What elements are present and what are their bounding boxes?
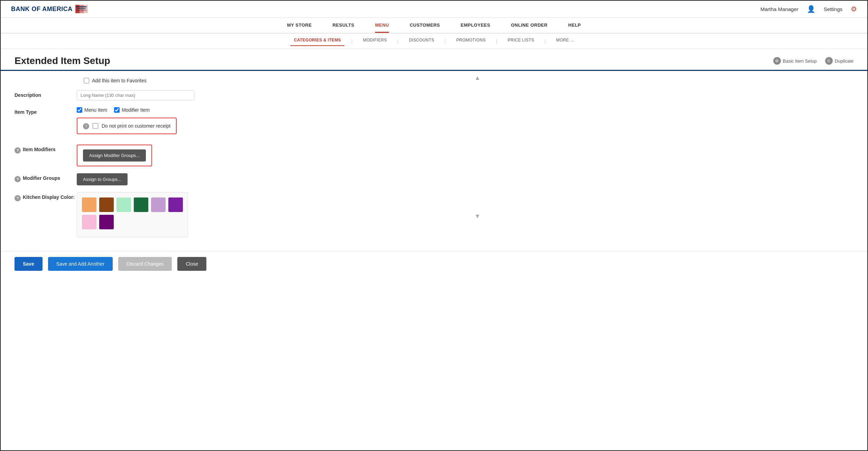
logo-flag-icon	[75, 5, 88, 13]
settings-gear-icon[interactable]: ⚙	[851, 5, 857, 13]
description-label: Description	[15, 90, 77, 98]
action-bar: Save Save and Add Another Discard Change…	[1, 251, 867, 276]
basic-item-setup-label: Basic Item Setup	[783, 58, 817, 64]
discard-changes-button: Discard Changes	[118, 257, 172, 271]
top-header: BANK OF AMERICA Martha Manager 👤 Setting…	[1, 1, 867, 18]
modifier-groups-label: Modifier Groups	[23, 175, 60, 181]
kitchen-color-help-icon[interactable]: ?	[15, 195, 21, 201]
color-row-1	[82, 197, 183, 212]
nav-help[interactable]: HELP	[568, 22, 581, 33]
kitchen-display-color-label: Kitchen Display Color:	[23, 194, 75, 200]
description-control	[77, 90, 457, 100]
item-modifiers-help-icon[interactable]: ?	[15, 147, 21, 154]
user-profile-icon[interactable]: 👤	[807, 5, 815, 13]
color-swatch-light-pink[interactable]	[82, 215, 96, 229]
do-not-print-checkbox[interactable]	[93, 123, 98, 129]
subnav-sep1: |	[351, 36, 353, 46]
menu-item-label: Menu Item	[84, 107, 107, 113]
scroll-up-arrow[interactable]: ▲	[474, 74, 480, 82]
favorites-row: Add this item to Favorites	[84, 78, 471, 83]
svg-rect-4	[77, 8, 86, 9]
assign-modifier-groups-button[interactable]: Assign Modifier Groups...	[83, 149, 146, 162]
subnav-sep3: |	[445, 36, 446, 46]
subnav-categories-items[interactable]: CATEGORIES & ITEMS	[290, 36, 344, 46]
modifier-groups-label-area: ? Modifier Groups	[15, 173, 77, 182]
logo-text: BANK OF AMERICA	[11, 6, 73, 13]
modifier-item-label: Modifier Item	[122, 107, 150, 113]
kitchen-display-color-row: ? Kitchen Display Color:	[15, 192, 471, 237]
favorites-label: Add this item to Favorites	[92, 78, 147, 83]
subnav-price-lists[interactable]: PRICE LISTS	[504, 36, 538, 46]
color-swatch-mint[interactable]	[116, 197, 131, 212]
item-type-checkboxes: Menu Item Modifier Item	[77, 107, 457, 113]
nav-my-store[interactable]: MY STORE	[287, 22, 311, 33]
duplicate-link[interactable]: ⎘ Duplicate	[825, 57, 853, 65]
assign-to-groups-button[interactable]: Assign to Groups...	[77, 173, 128, 185]
basic-item-setup-link[interactable]: ⚙ Basic Item Setup	[773, 57, 817, 65]
page-actions: ⚙ Basic Item Setup ⎘ Duplicate	[773, 57, 853, 65]
duplicate-icon: ⎘	[825, 57, 833, 65]
subnav-discounts[interactable]: DISCOUNTS	[405, 36, 438, 46]
color-row-2	[82, 215, 183, 229]
nav-menu[interactable]: MENU	[375, 22, 389, 33]
assign-modifier-groups-box: Assign Modifier Groups...	[77, 145, 152, 166]
color-swatch-lavender[interactable]	[151, 197, 166, 212]
item-modifiers-label: Item Modifiers	[23, 147, 56, 152]
do-not-print-label: Do not print on customer receipt	[102, 123, 170, 129]
logo-area: BANK OF AMERICA	[11, 5, 88, 13]
modifier-groups-row: ? Modifier Groups Assign to Groups...	[15, 173, 471, 185]
subnav-sep4: |	[496, 36, 497, 46]
svg-rect-5	[76, 10, 86, 11]
color-swatch-peach[interactable]	[82, 197, 96, 212]
subnav-sep5: |	[544, 36, 546, 46]
subnav-promotions[interactable]: PROMOTIONS	[453, 36, 489, 46]
color-swatch-dark-green[interactable]	[134, 197, 148, 212]
subnav-sep2: |	[397, 36, 399, 46]
color-swatch-brown[interactable]	[99, 197, 114, 212]
kitchen-display-color-control	[77, 192, 457, 237]
do-not-print-help-icon[interactable]: ?	[83, 123, 89, 129]
close-button[interactable]: Close	[177, 257, 206, 271]
description-row: Description	[15, 90, 471, 100]
nav-online-order[interactable]: ONLINE ORDER	[511, 22, 548, 33]
item-type-row: Item Type Menu Item Modifier Item	[15, 107, 471, 138]
subnav-modifiers[interactable]: MODIFIERS	[360, 36, 390, 46]
nav-customers[interactable]: CUSTOMERS	[410, 22, 440, 33]
basic-item-setup-icon: ⚙	[773, 57, 781, 65]
color-swatch-dark-purple[interactable]	[99, 215, 114, 229]
page-title-bar: Extended Item Setup ⚙ Basic Item Setup ⎘…	[1, 49, 867, 71]
duplicate-label: Duplicate	[835, 58, 853, 64]
do-not-print-box: ? Do not print on customer receipt	[77, 118, 177, 134]
nav-employees[interactable]: EMPLOYEES	[461, 22, 490, 33]
user-name: Martha Manager	[760, 6, 799, 12]
item-modifiers-control: Assign Modifier Groups...	[77, 145, 457, 166]
sub-nav: CATEGORIES & ITEMS | MODIFIERS | DISCOUN…	[1, 34, 867, 49]
save-button[interactable]: Save	[15, 257, 43, 271]
color-swatch-container	[77, 192, 188, 237]
item-type-label: Item Type	[15, 107, 77, 115]
modifier-groups-help-icon[interactable]: ?	[15, 176, 21, 182]
item-type-control: Menu Item Modifier Item ? Do not print o…	[77, 107, 457, 138]
user-area: Martha Manager 👤 Settings ⚙	[760, 5, 857, 13]
scroll-down-arrow[interactable]: ▼	[474, 213, 480, 220]
modifier-item-checkbox-item: Modifier Item	[114, 107, 150, 113]
item-modifiers-label-area: ? Item Modifiers	[15, 145, 77, 154]
kitchen-display-color-label-area: ? Kitchen Display Color:	[15, 192, 77, 201]
modifier-groups-control: Assign to Groups...	[77, 173, 457, 185]
page-title: Extended Item Setup	[15, 55, 110, 66]
favorites-checkbox[interactable]	[84, 78, 89, 83]
main-nav: MY STORE RESULTS MENU CUSTOMERS EMPLOYEE…	[1, 18, 867, 34]
nav-results[interactable]: RESULTS	[333, 22, 354, 33]
menu-item-checkbox-item: Menu Item	[77, 107, 107, 113]
modifier-item-checkbox[interactable]	[114, 107, 120, 113]
svg-rect-3	[76, 6, 86, 7]
save-add-another-button[interactable]: Save and Add Another	[48, 257, 113, 271]
content-area: ▲ Add this item to Favorites Description…	[1, 71, 485, 251]
menu-item-checkbox[interactable]	[77, 107, 82, 113]
description-input[interactable]	[77, 90, 194, 100]
settings-link[interactable]: Settings	[824, 6, 842, 12]
subnav-more[interactable]: MORE ...	[553, 36, 578, 46]
item-modifiers-row: ? Item Modifiers Assign Modifier Groups.…	[15, 145, 471, 166]
color-swatch-purple[interactable]	[168, 197, 183, 212]
